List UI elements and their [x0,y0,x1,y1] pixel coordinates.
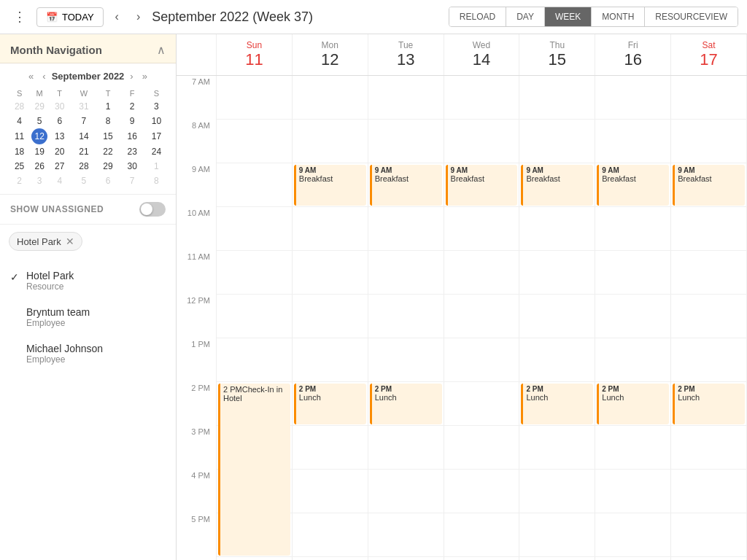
mini-cal-day[interactable]: 13 [47,128,71,144]
calendar-event[interactable]: 9 AMBreakfast [370,165,442,206]
day-cell[interactable] [293,470,368,513]
mini-cal-day[interactable]: 10 [144,114,169,128]
mini-cal-day[interactable]: 14 [71,128,96,144]
calendar-event[interactable]: 9 AMBreakfast [294,165,366,206]
day-cell[interactable] [595,513,671,557]
day-cell[interactable] [595,251,671,295]
mini-cal-day[interactable]: 7 [71,114,96,128]
day-cell[interactable] [368,426,444,470]
day-cell[interactable]: 2 PMLunch [671,382,747,426]
calendar-event[interactable]: 9 AMBreakfast [673,165,745,206]
day-cell[interactable] [595,426,671,470]
day-cell[interactable] [293,513,368,557]
day-cell[interactable] [671,295,747,338]
mini-cal-day[interactable]: 24 [144,144,169,159]
day-cell[interactable] [368,76,444,120]
mini-cal-day[interactable]: 12 [31,128,47,144]
day-cell[interactable]: 2 PMLunch [519,382,595,426]
mini-cal-day[interactable]: 9 [120,114,144,128]
mini-cal-day[interactable]: 19 [31,144,47,159]
mini-cal-prev[interactable]: ‹ [39,69,48,83]
calendar-event[interactable]: 2 PMLunch [370,384,442,424]
day-view-button[interactable]: DAY [506,7,545,26]
mini-cal-next-next[interactable]: » [139,69,150,83]
calendar-event[interactable]: 2 PMLunch [294,384,366,424]
prev-period-button[interactable]: ‹ [109,7,125,26]
day-cell[interactable] [217,207,293,251]
day-cell[interactable] [671,338,747,382]
day-cell[interactable]: 9 AMBreakfast [293,163,368,207]
day-cell[interactable] [444,76,520,120]
mini-cal-day[interactable]: 29 [96,159,120,174]
mini-cal-day[interactable]: 7 [120,174,144,188]
day-cell[interactable] [519,426,595,470]
day-cell[interactable] [217,295,293,338]
day-cell[interactable] [368,557,444,560]
mini-cal-day[interactable]: 23 [120,144,144,159]
day-cell[interactable] [444,513,520,557]
calendar-event[interactable]: 2 PMLunch [673,384,745,424]
collapse-month-nav-button[interactable]: ∧ [157,43,166,57]
day-cell[interactable] [444,120,520,163]
resource-item-michael[interactable]: ✓ Michael Johnson Employee [0,335,176,372]
mini-cal-day[interactable]: 25 [7,159,31,174]
calendar-event[interactable]: 9 AMBreakfast [521,165,593,206]
day-cell[interactable] [671,120,747,163]
resource-item-hotel-park[interactable]: ✓ Hotel Park Resource [0,262,176,299]
day-cell[interactable]: 2 PMLunch [293,382,368,426]
resourceview-button[interactable]: RESOURCEVIEW [645,7,738,26]
day-cell[interactable]: 9 AMBreakfast [444,163,520,207]
day-cell[interactable] [293,251,368,295]
mini-cal-day[interactable]: 17 [144,128,169,144]
day-cell[interactable] [217,76,293,120]
day-cell[interactable] [519,251,595,295]
day-cell[interactable] [595,557,671,560]
next-period-button[interactable]: › [131,7,146,26]
calendar-event[interactable]: 2 PMLunch [597,384,669,424]
day-cell[interactable] [368,251,444,295]
day-cell[interactable]: 2 PMLunch [368,382,444,426]
mini-cal-day[interactable]: 15 [96,128,120,144]
mini-cal-day[interactable]: 22 [96,144,120,159]
day-cell[interactable]: 2 PMCheck-In in Hotel [217,382,293,426]
mini-cal-day[interactable]: 21 [71,144,96,159]
day-cell[interactable] [217,120,293,163]
day-cell[interactable] [444,338,520,382]
day-cell[interactable] [595,470,671,513]
day-cell[interactable] [671,207,747,251]
day-cell[interactable] [519,295,595,338]
day-cell[interactable] [519,513,595,557]
calendar-event[interactable]: 9 AMBreakfast [446,165,518,206]
day-cell[interactable] [444,470,520,513]
mini-cal-day[interactable]: 28 [71,159,96,174]
day-cell[interactable] [519,207,595,251]
day-cell[interactable] [444,295,520,338]
day-cell[interactable] [217,163,293,207]
mini-cal-day[interactable]: 2 [7,174,31,188]
mini-cal-day[interactable]: 16 [120,128,144,144]
day-cell[interactable] [444,251,520,295]
day-cell[interactable] [217,251,293,295]
mini-cal-day[interactable]: 5 [71,174,96,188]
mini-cal-day[interactable]: 6 [47,114,71,128]
day-cell[interactable] [519,76,595,120]
mini-cal-day[interactable]: 26 [31,159,47,174]
day-cell[interactable] [368,513,444,557]
calendar-event[interactable]: 2 PMCheck-In in Hotel [218,384,290,556]
day-cell[interactable] [368,207,444,251]
resource-item-bryntum[interactable]: ✓ Bryntum team Employee [0,299,176,335]
calendar-event[interactable]: 2 PMLunch [521,384,593,424]
mini-cal-day[interactable]: 1 [144,159,169,174]
day-cell[interactable] [671,426,747,470]
mini-cal-day[interactable]: 6 [96,174,120,188]
day-cell[interactable] [671,251,747,295]
mini-cal-day[interactable]: 11 [7,128,31,144]
day-cell[interactable] [444,382,520,426]
mini-cal-day[interactable]: 3 [144,99,169,114]
day-cell[interactable] [519,470,595,513]
day-cell[interactable] [671,513,747,557]
mini-cal-day[interactable]: 27 [47,159,71,174]
day-cell[interactable] [217,557,293,560]
mini-cal-day[interactable]: 28 [7,99,31,114]
day-cell[interactable] [595,207,671,251]
